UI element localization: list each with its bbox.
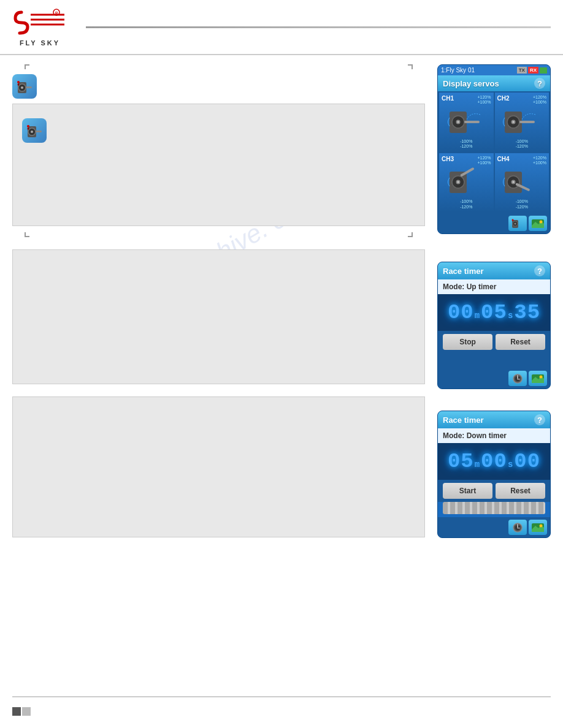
ch2-graphic: [497, 105, 547, 139]
timer-down-icon-svg: [511, 521, 524, 534]
ch3-values: +120% +100%: [478, 156, 491, 166]
timer-down-title: Race timer: [443, 415, 483, 425]
timer-up-m-sub: m: [475, 311, 480, 320]
ch2-label: CH2: [497, 95, 510, 102]
tx-badge: TX: [517, 67, 527, 74]
ch3-top-val: +120%: [478, 156, 491, 161]
ch1-top-val: +120%: [478, 95, 491, 100]
timer-up-icon-2[interactable]: [529, 371, 547, 386]
servo-ch3: CH3 +120% +100%: [439, 153, 494, 213]
section-1-header: [12, 69, 425, 104]
section-3-content-box: [12, 396, 425, 537]
servo-ch2: CH2 +120% +100%: [495, 93, 550, 152]
servo-ch1: CH1 +120% +100%: [439, 93, 494, 152]
svg-rect-45: [517, 375, 518, 379]
svg-rect-52: [517, 528, 520, 529]
timer-up-titlebar: Race timer ?: [438, 262, 550, 279]
timer-up-s-sub: s: [508, 311, 513, 320]
timer-up-help-button[interactable]: ?: [534, 265, 545, 276]
timer-down-digits: 05m00s00: [448, 450, 540, 473]
svg-point-40: [512, 219, 514, 221]
servo-bottom-icon: [511, 218, 524, 230]
ch1-graphic: [442, 105, 491, 139]
landscape-icon-bottom[interactable]: [529, 216, 547, 231]
brand-name: FLY SKY: [20, 39, 60, 47]
timer-down-s-sub: s: [508, 460, 513, 469]
svg-point-21: [457, 121, 459, 123]
corner-markers-bottom-1: [25, 232, 413, 237]
svg-point-42: [540, 220, 543, 223]
display-servos-screen: 1:Fly Sky 01 TX RX Display servos ?: [437, 64, 551, 234]
ch1-values: +120% +100%: [478, 95, 491, 105]
ch4-servo-svg: [499, 165, 545, 199]
svg-point-15: [27, 125, 29, 127]
ch2-bot-val: -100%: [497, 139, 547, 144]
svg-point-10: [18, 84, 20, 86]
signal-icon: [540, 67, 547, 74]
ch2-header: CH2 +120% +100%: [497, 95, 547, 105]
stop-button[interactable]: Stop: [443, 334, 492, 350]
timer-down-help-button[interactable]: ?: [534, 414, 545, 425]
page-squares: [12, 707, 31, 716]
timer-up-cs: 35: [514, 301, 540, 324]
display-servos-icon-badge: [12, 74, 37, 99]
section-2-content-box: [12, 249, 425, 384]
svg-point-26: [513, 121, 515, 123]
timer-down-slider[interactable]: [443, 502, 545, 514]
timer-down-icon-2[interactable]: [529, 520, 547, 535]
timer-up-buttons: Stop Reset: [438, 331, 550, 353]
start-button[interactable]: Start: [443, 483, 492, 499]
servo-icon-2: [25, 121, 44, 140]
rx-badge: RX: [528, 67, 538, 74]
timer-down-footer: [438, 517, 550, 537]
svg-point-7: [21, 86, 23, 89]
timer-down-mode: Mode: Down timer: [438, 428, 550, 443]
ch2-bot-val2: -120%: [497, 144, 547, 149]
ch1-header: CH1 +120% +100%: [442, 95, 491, 105]
timer-down-icon-1[interactable]: [508, 520, 527, 535]
timer-up-s: 05: [481, 301, 507, 324]
flysky-logo-icon: R: [12, 7, 67, 38]
ch4-bot-val2: -120%: [497, 205, 547, 210]
race-timer-down-screen: Race timer ? Mode: Down timer 05m00s00 S…: [437, 411, 551, 538]
landscape-icon-2: [531, 373, 545, 385]
servo-screen-bottom: [438, 213, 550, 233]
ch4-header: CH4 +120% +100%: [497, 156, 547, 166]
ch3-bot-values: -100% -120%: [442, 199, 491, 210]
servo-grid: CH1 +120% +100%: [438, 91, 550, 213]
reset-button-down[interactable]: Reset: [496, 483, 545, 499]
ch3-graphic: [442, 165, 491, 199]
ch2-values: +120% +100%: [533, 95, 546, 105]
ch1-mid-val: +100%: [478, 100, 491, 105]
ch3-servo-svg: [443, 165, 489, 199]
svg-rect-51: [517, 524, 518, 528]
ch2-servo-svg: [499, 105, 545, 139]
page-footer: [12, 707, 31, 716]
landscape-icon-3: [531, 521, 545, 534]
ch1-bot-val: -100%: [442, 139, 491, 144]
ch3-label: CH3: [442, 156, 454, 162]
spacer-1: [437, 243, 551, 262]
ch2-mid-val: +100%: [533, 100, 546, 105]
timer-icon-1: [511, 373, 524, 385]
ch3-header: CH3 +120% +100%: [442, 156, 491, 166]
help-button[interactable]: ?: [534, 78, 545, 89]
svg-point-31: [457, 181, 459, 183]
servo-icon-bottom[interactable]: [508, 216, 527, 231]
spacer-2: [437, 398, 551, 411]
race-timer-up-screen: Race timer ? Mode: Up timer 00m05s35 Sto…: [437, 262, 551, 389]
servo-icon: [15, 77, 34, 96]
section-1-text-placeholder: [46, 74, 425, 93]
reset-button-up[interactable]: Reset: [496, 334, 545, 350]
ch4-bot-values: -100% -120%: [497, 199, 547, 210]
bottom-border: [12, 696, 551, 697]
timer-up-icon-1[interactable]: [508, 371, 527, 386]
ch4-graphic: [497, 165, 547, 199]
section-1-inner: [22, 113, 415, 148]
svg-rect-20: [464, 121, 480, 123]
svg-text:R: R: [55, 11, 58, 15]
timer-up-title: Race timer: [443, 267, 483, 276]
ch3-bot-val: -100%: [442, 199, 491, 204]
ch2-top-val: +120%: [533, 95, 546, 100]
timer-down-display: 05m00s00: [438, 443, 550, 480]
